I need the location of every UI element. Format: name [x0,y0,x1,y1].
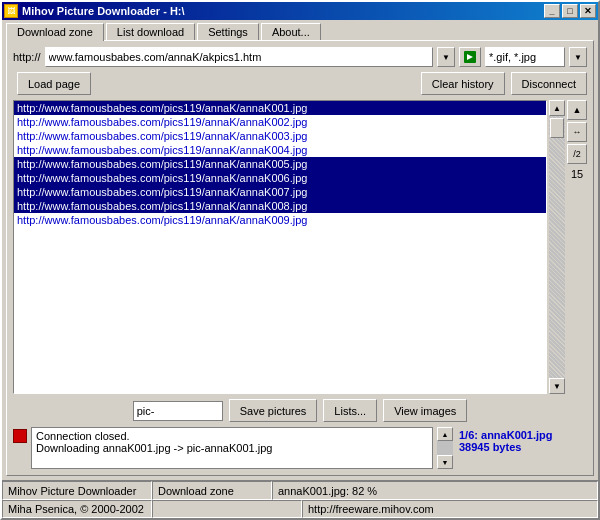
log-line-1: Connection closed. [36,430,428,442]
url-go-button[interactable] [459,47,481,67]
list-scrollbar: ▲ ▼ [549,100,565,394]
log-line-2: Downloading annaK001.jpg -> pic-annaK001… [36,442,428,454]
side-buttons: ▲ ↔ /2 15 [567,100,587,394]
list-item[interactable]: http://www.famousbabes.com/pics119/annaK… [14,115,546,129]
list-item[interactable]: http://www.famousbabes.com/pics119/annaK… [14,171,546,185]
load-page-button[interactable]: Load page [17,72,91,95]
item-count: 15 [567,168,587,180]
filter-dropdown-button[interactable]: ▼ [569,47,587,67]
clear-history-button[interactable]: Clear history [421,72,505,95]
log-info-line2: 38945 bytes [459,441,585,453]
lists-button[interactable]: Lists... [323,399,377,422]
list-item[interactable]: http://www.famousbabes.com/pics119/annaK… [14,129,546,143]
list-container: http://www.famousbabes.com/pics119/annaK… [13,100,587,394]
stop-button[interactable] [13,429,27,443]
maximize-button[interactable]: □ [562,4,578,18]
log-scroll-up-button[interactable]: ▲ [437,427,453,441]
status-panel-2: Download zone [152,481,272,500]
filter-input[interactable] [485,47,565,67]
list-item[interactable]: http://www.famousbabes.com/pics119/annaK… [14,157,546,171]
tab-list-download[interactable]: List download [106,23,195,40]
log-scrollbar: ▲ ▼ [437,427,453,469]
url-label: http:// [13,51,41,63]
titlebar-left: 🖼 Mihov Picture Downloader - H:\ [4,4,185,18]
url-dropdown-button[interactable]: ▼ [437,47,455,67]
minimize-button[interactable]: _ [544,4,560,18]
tab-bar: Download zone List download Settings Abo… [2,20,598,40]
tab-about[interactable]: About... [261,23,321,40]
url-input[interactable] [45,47,433,67]
window-title: Mihov Picture Downloader - H:\ [22,5,185,17]
scroll-track[interactable] [549,116,565,378]
list-item[interactable]: http://www.famousbabes.com/pics119/annaK… [14,143,546,157]
url-list[interactable]: http://www.famousbabes.com/pics119/annaK… [13,100,547,394]
prefix-input[interactable] [133,401,223,421]
url-row: http:// ▼ ▼ [13,47,587,67]
app-icon: 🖼 [4,4,18,18]
tab-download-zone[interactable]: Download zone [6,23,104,41]
scroll-up-button[interactable]: ▲ [549,100,565,116]
main-content: http:// ▼ ▼ Load page Clear history Disc… [6,40,594,476]
statusbar: Mihov Picture Downloader Download zone a… [2,480,598,500]
tab-settings[interactable]: Settings [197,23,259,40]
log-box: Connection closed. Downloading annaK001.… [31,427,433,469]
log-container: Connection closed. Downloading annaK001.… [13,427,587,469]
status-panel-1: Mihov Picture Downloader [2,481,152,500]
list-item[interactable]: http://www.famousbabes.com/pics119/annaK… [14,101,546,115]
titlebar: 🖼 Mihov Picture Downloader - H:\ _ □ ✕ [2,2,598,20]
footer-panel-3: http://freeware.mihov.com [302,500,598,518]
footer-panel-2 [152,500,302,518]
below-list-row: Save pictures Lists... View images [13,399,587,422]
scroll-down-button[interactable]: ▼ [549,378,565,394]
save-pictures-button[interactable]: Save pictures [229,399,318,422]
footer: Miha Psenica, © 2000-2002 http://freewar… [2,500,598,518]
disconnect-button[interactable]: Disconnect [511,72,587,95]
scroll-thumb[interactable] [550,118,564,138]
view-images-button[interactable]: View images [383,399,467,422]
log-info: 1/6: annaK001.jpg 38945 bytes [457,427,587,469]
log-scroll-down-button[interactable]: ▼ [437,455,453,469]
list-item[interactable]: http://www.famousbabes.com/pics119/annaK… [14,185,546,199]
list-item[interactable]: http://www.famousbabes.com/pics119/annaK… [14,199,546,213]
window-controls: _ □ ✕ [544,4,596,18]
select-up-button[interactable]: ▲ [567,100,587,120]
log-scroll-track [437,441,453,455]
close-button[interactable]: ✕ [580,4,596,18]
half-button[interactable]: /2 [567,144,587,164]
buttons-row: Load page Clear history Disconnect [13,72,587,95]
list-item[interactable]: http://www.famousbabes.com/pics119/annaK… [14,213,546,227]
log-info-line1: 1/6: annaK001.jpg [459,429,585,441]
status-panel-3: annaK001.jpg: 82 % [272,481,598,500]
footer-panel-1: Miha Psenica, © 2000-2002 [2,500,152,518]
main-window: 🖼 Mihov Picture Downloader - H:\ _ □ ✕ D… [0,0,600,520]
expand-button[interactable]: ↔ [567,122,587,142]
